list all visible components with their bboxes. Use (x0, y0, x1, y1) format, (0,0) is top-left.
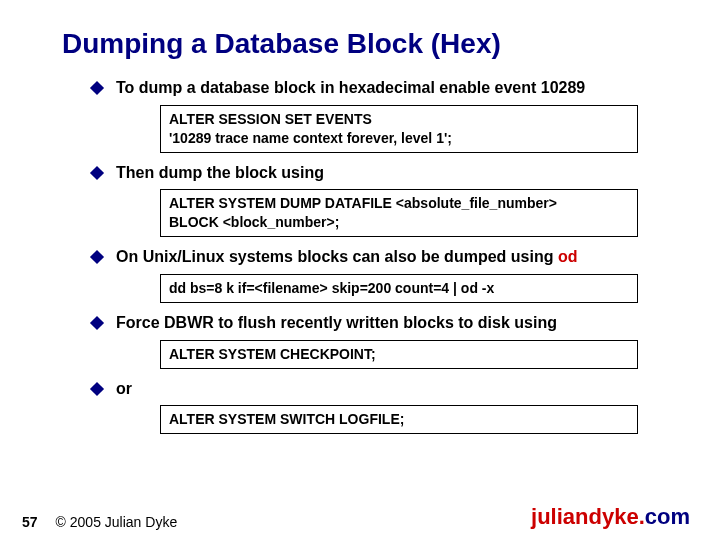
bullet-3-text: On Unix/Linux systems blocks can also be… (116, 247, 577, 268)
diamond-icon (90, 166, 104, 180)
code-box-5: ALTER SYSTEM SWITCH LOGFILE; (160, 405, 638, 434)
code-box-1: ALTER SESSION SET EVENTS '10289 trace na… (160, 105, 638, 153)
site-right: com (645, 504, 690, 529)
page-number: 57 (22, 514, 38, 530)
bullet-2: Then dump the block using (92, 163, 680, 184)
od-command: od (558, 248, 578, 265)
copyright-text: © 2005 Julian Dyke (56, 514, 178, 530)
diamond-icon (90, 81, 104, 95)
footer-left: 57 © 2005 Julian Dyke (22, 514, 177, 530)
bullet-5-text: or (116, 379, 132, 400)
code-box-2: ALTER SYSTEM DUMP DATAFILE <absolute_fil… (160, 189, 638, 237)
bullet-2-text: Then dump the block using (116, 163, 324, 184)
diamond-icon (90, 250, 104, 264)
site-name: juliandyke.com (531, 504, 690, 530)
slide-footer: 57 © 2005 Julian Dyke juliandyke.com (0, 504, 720, 530)
code-box-4: ALTER SYSTEM CHECKPOINT; (160, 340, 638, 369)
bullet-4-text: Force DBWR to flush recently written blo… (116, 313, 557, 334)
bullet-3: On Unix/Linux systems blocks can also be… (92, 247, 680, 268)
diamond-icon (90, 381, 104, 395)
bullet-4: Force DBWR to flush recently written blo… (92, 313, 680, 334)
diamond-icon (90, 316, 104, 330)
bullet-1: To dump a database block in hexadecimal … (92, 78, 680, 99)
bullet-5: or (92, 379, 680, 400)
site-left: juliandyke. (531, 504, 645, 529)
bullet-3-pre: On Unix/Linux systems blocks can also be… (116, 248, 558, 265)
bullet-1-text: To dump a database block in hexadecimal … (116, 78, 585, 99)
code-box-3: dd bs=8 k if=<filename> skip=200 count=4… (160, 274, 638, 303)
slide-title: Dumping a Database Block (Hex) (62, 28, 680, 60)
